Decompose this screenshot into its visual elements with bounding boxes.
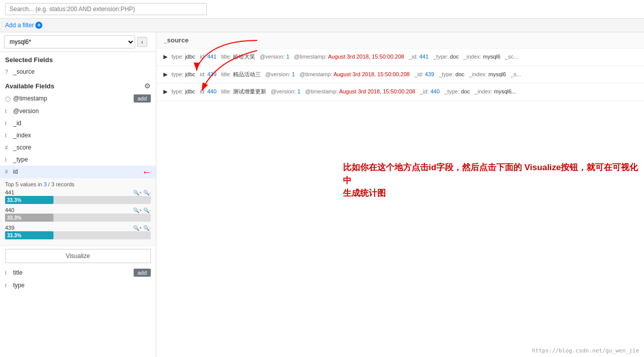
bar-icons-439: 🔍+ 🔍-: [133, 225, 151, 231]
bar-row-441: 441 🔍+ 🔍- 33.3%: [5, 189, 151, 204]
result-text-2: type: jdbc id: 439 title: 精品活动三 @version…: [171, 70, 637, 79]
gear-icon[interactable]: ⚙: [144, 82, 151, 90]
field-item-type[interactable]: t type: [0, 279, 156, 291]
index-selector-row: mysql6* ‹: [0, 32, 156, 52]
result-text-1: type: jdbc id: 441 title: 哈哈大笑 @version:…: [171, 53, 637, 62]
add-filter-bar: Add a filter +: [0, 19, 644, 32]
question-badge: ?: [5, 69, 10, 75]
zoom-in-icon-441[interactable]: 🔍+: [133, 190, 142, 195]
bar-track-439: 33.3%: [5, 231, 151, 239]
expand-arrow-3[interactable]: ▶: [163, 88, 167, 95]
field-item-_type[interactable]: t _type: [0, 154, 156, 166]
field-name-type: type: [13, 282, 151, 289]
field-name-_id: _id: [13, 120, 151, 127]
field-name-_index: _index: [13, 132, 151, 139]
bar-fill-440: 33.3%: [5, 214, 53, 222]
bar-fill-441: 33.3%: [5, 196, 53, 204]
field-item-_index[interactable]: t _index: [0, 129, 156, 141]
available-fields-title: Available Fields: [5, 82, 54, 90]
expand-arrow-2[interactable]: ▶: [163, 71, 167, 78]
selected-field-source: ? _source: [0, 66, 156, 78]
watermark: https://blog.csdn.net/gu_wen_jie: [532, 347, 639, 354]
add-timestamp-button[interactable]: add: [134, 94, 151, 103]
annotation-line2: 生成统计图: [343, 187, 644, 200]
top-values-section: Top 5 values in 3 / 3 records 441 🔍+ 🔍- …: [0, 178, 156, 246]
field-name-id: id: [13, 168, 151, 175]
zoom-out-icon-440[interactable]: 🔍-: [143, 208, 151, 213]
bar-track-440: 33.3%: [5, 214, 151, 222]
bar-track-441: 33.3%: [5, 196, 151, 204]
field-item-_id[interactable]: t _id: [0, 117, 156, 129]
search-input[interactable]: [5, 3, 207, 15]
bar-icons-440: 🔍+ 🔍-: [133, 208, 151, 213]
type-badge-type: t: [5, 283, 10, 288]
field-name-timestamp: @timestamp: [13, 95, 131, 102]
zoom-in-icon-440[interactable]: 🔍+: [133, 208, 142, 213]
bar-pct-439: 33.3%: [7, 233, 21, 238]
main-layout: mysql6* ‹ Selected Fields ? _source Avai…: [0, 32, 644, 357]
search-bar: [0, 0, 644, 19]
result-row-3: ▶ type: jdbc id: 440 title: 测试增量更新 @vers…: [156, 83, 644, 101]
field-name-_score: _score: [13, 144, 151, 151]
result-row-1: ▶ type: jdbc id: 441 title: 哈哈大笑 @versio…: [156, 48, 644, 66]
bar-label-440: 440: [5, 207, 14, 213]
red-arrow-icon: ←: [142, 166, 152, 178]
field-name-title: title: [13, 269, 131, 276]
index-selector[interactable]: mysql6*: [4, 35, 135, 48]
type-badge-_index: t: [5, 133, 10, 138]
result-text-3: type: jdbc id: 440 title: 测试增量更新 @versio…: [171, 87, 637, 96]
add-filter-link[interactable]: Add a filter +: [5, 22, 42, 29]
plus-icon: +: [35, 22, 42, 29]
visualize-button[interactable]: Visualize: [5, 249, 151, 263]
bar-row-440: 440 🔍+ 🔍- 33.3%: [5, 207, 151, 222]
bar-label-441: 441: [5, 189, 14, 195]
field-name-_type: _type: [13, 156, 151, 163]
content-area: _source ▶ type: jdbc id: 441 title: 哈哈大笑…: [156, 32, 644, 357]
field-item-version[interactable]: t @version: [0, 105, 156, 117]
add-filter-label: Add a filter: [5, 22, 34, 29]
top-values-count: 3: [43, 181, 46, 187]
zoom-in-icon-439[interactable]: 🔍+: [133, 225, 142, 231]
clock-icon: ◯: [5, 96, 10, 101]
type-badge-version: t: [5, 109, 10, 114]
field-item-id[interactable]: # id ←: [0, 166, 156, 178]
annotation-line1: 比如你在这个地方点击id字段，然后点击下面的 Visualize按钮，就可在可视…: [343, 161, 644, 187]
add-title-button[interactable]: add: [134, 269, 151, 277]
sidebar: mysql6* ‹ Selected Fields ? _source Avai…: [0, 32, 156, 357]
type-badge-title: t: [5, 270, 10, 276]
type-badge-_type: t: [5, 157, 10, 163]
bar-label-439: 439: [5, 225, 14, 231]
bar-pct-440: 33.3%: [7, 215, 21, 221]
type-badge-id: #: [5, 169, 10, 175]
source-field-name: _source: [13, 68, 151, 75]
type-badge-_id: t: [5, 121, 10, 126]
bar-fill-439: 33.3%: [5, 231, 53, 239]
zoom-out-icon-439[interactable]: 🔍-: [143, 225, 151, 231]
field-item-title[interactable]: t title add: [0, 266, 156, 279]
result-row-2: ▶ type: jdbc id: 439 title: 精品活动三 @versi…: [156, 66, 644, 84]
collapse-button[interactable]: ‹: [137, 37, 147, 47]
annotation-text: 比如你在这个地方点击id字段，然后点击下面的 Visualize按钮，就可在可视…: [343, 161, 644, 200]
source-header: _source: [156, 32, 644, 48]
bar-row-439: 439 🔍+ 🔍- 33.3%: [5, 225, 151, 239]
field-item-timestamp[interactable]: ◯ @timestamp add: [0, 92, 156, 105]
top-values-title: Top 5 values in 3 / 3 records: [5, 181, 151, 187]
bar-pct-441: 33.3%: [7, 197, 21, 203]
expand-arrow-1[interactable]: ▶: [163, 54, 167, 60]
type-badge-_score: #: [5, 145, 10, 150]
zoom-out-icon-441[interactable]: 🔍-: [143, 190, 151, 195]
selected-fields-header: Selected Fields: [0, 52, 156, 66]
field-item-_score[interactable]: # _score: [0, 141, 156, 154]
available-fields-header: Available Fields ⚙: [0, 78, 156, 92]
field-name-version: @version: [13, 108, 151, 115]
bar-icons-441: 🔍+ 🔍-: [133, 190, 151, 195]
